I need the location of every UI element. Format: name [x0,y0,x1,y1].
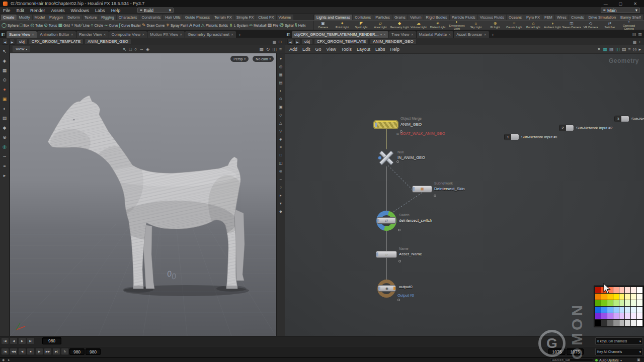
grid-icon[interactable]: ▦ [273,40,277,44]
shelf-tab[interactable]: Hair Utils [163,15,182,20]
color-swatch[interactable] [637,307,642,313]
viewport-side-icon[interactable]: ◎ [278,63,284,69]
shelf-tab[interactable]: Volume [277,15,293,20]
grid-icon[interactable]: ▦ [633,40,637,44]
viewport-view-menu[interactable]: View ▾ [13,46,30,52]
node-asset-name[interactable]: ▱ [376,251,397,258]
color-swatch[interactable] [637,320,642,326]
breadcrumb-level1[interactable]: CFX_GROOM_TEMPLATE [29,39,84,45]
shelf-tool[interactable]: ☁ Volume Light [409,21,428,30]
shelf-tool[interactable]: ◑ Ambient Light [543,21,562,30]
color-swatch[interactable] [607,300,613,306]
network-toolbar-icon[interactable]: ✕ [597,47,601,52]
breadcrumb-level2[interactable]: ANIM_RENDER_GEO [85,39,131,45]
network-toolbar-icon[interactable]: ≡ [628,47,630,52]
menu-item[interactable]: Labs [92,8,108,13]
network-toolbar-icon[interactable]: ◎ [633,47,637,52]
network-menu-item[interactable]: Help [387,47,402,52]
shelf-tool[interactable]: ◯ Sphere [2,23,19,28]
color-swatch[interactable] [595,287,601,293]
color-swatch[interactable] [613,313,619,319]
shelf-tab[interactable]: Polygon [47,15,65,20]
shelf-tool[interactable]: ◫ Stereo Camera [562,21,581,30]
close-tab-icon[interactable]: ✕ [32,33,34,36]
left-toolbar-icon[interactable]: ▤ [2,115,8,121]
node-flag-ring[interactable] [400,130,403,133]
frame-step-button[interactable]: |◀ [1,337,9,344]
projection-selector[interactable]: Persp ▾ [230,56,249,62]
left-toolbar-icon[interactable]: ◐ [2,105,8,112]
left-toolbar-icon[interactable]: ▸ [2,172,8,178]
color-swatch[interactable] [607,307,613,313]
viewport-side-icon[interactable]: ◆ [278,208,284,214]
color-swatch[interactable] [607,313,613,319]
status-icon[interactable]: ◈ [2,358,5,362]
shelf-tool[interactable]: + Gamepad Camera [619,21,638,30]
left-toolbar-icon[interactable]: ◈ [2,57,8,64]
pane-split-icon[interactable]: ◧ [285,32,291,38]
shelf-tool[interactable]: □ Box [20,23,29,28]
color-swatch[interactable] [601,300,607,306]
close-tab-icon[interactable]: ✕ [180,33,182,36]
plus-icon[interactable]: + [638,40,641,44]
list2-icon[interactable]: ▥ [638,32,642,37]
color-swatch[interactable] [619,307,625,313]
playback-button[interactable]: ◀◀ [10,348,18,355]
pane-tab[interactable]: Material Palette ✕ [417,31,454,38]
color-swatch[interactable] [595,320,601,326]
viewport-3d-scene[interactable] [10,53,277,336]
left-toolbar-icon[interactable]: ≡ [2,162,8,169]
playback-button[interactable]: ◀ [18,348,26,355]
node-subnet-input-3[interactable]: 3 [614,116,629,122]
new-pane-tab-button[interactable]: + [490,33,496,38]
color-swatch[interactable] [619,300,625,306]
range-start-field[interactable]: 980 [69,348,85,355]
status-icon[interactable]: ▣ [637,358,640,362]
shelf-tab[interactable]: Particle Fluids [450,15,477,20]
viewport-side-icon[interactable]: ○ [278,184,284,190]
menu-item[interactable]: Windows [68,8,93,13]
color-swatch[interactable] [619,287,625,293]
close-tab-icon[interactable]: ✕ [484,33,487,36]
node-flag-ring[interactable] [398,260,401,262]
shelf-tool[interactable]: § Helix [295,23,306,28]
new-pane-tab-button[interactable]: + [236,33,243,38]
color-swatch[interactable] [613,300,619,306]
pane-tab[interactable]: Geometry Spreadsheet ✕ [185,31,236,38]
shelf-tool[interactable]: ☀ Distant Light [428,21,447,30]
color-swatch[interactable] [619,320,625,326]
viewport-side-icon[interactable]: ⊙ [278,96,284,102]
shelf-tab[interactable]: Particles [373,15,392,20]
left-toolbar-icon[interactable]: ↖ [2,48,8,54]
viewport-display-icon[interactable]: ≡ [279,47,282,52]
shelf-tool[interactable]: ☼ Sky Light [466,21,486,30]
color-swatch[interactable] [619,294,625,300]
viewport-tool-icon[interactable]: ○ [134,47,137,52]
breadcrumb-level1[interactable]: CFX_GROOM_TEMPLATE [314,39,369,45]
left-toolbar-icon[interactable]: ▣ [2,96,8,102]
color-swatch[interactable] [631,294,636,300]
viewport-tool-icon[interactable]: ↖ [123,47,127,52]
shelf-tool[interactable]: ◎ Tube [30,23,43,28]
network-menu-item[interactable]: View [324,47,339,52]
network-menu-item[interactable]: Go [313,47,324,52]
current-frame-field[interactable]: 980 [42,337,61,344]
viewport-display-icon[interactable]: ↻ [266,47,270,52]
pane-tab[interactable]: Render View ✕ [76,31,109,38]
close-tab-icon[interactable]: ✕ [231,33,233,36]
shelf-tab[interactable]: Guide Process [183,15,212,20]
color-swatch[interactable] [625,294,630,300]
menu-item[interactable]: Assets [48,8,68,13]
shelf-tab[interactable]: Banny Shelf [618,15,642,20]
viewport-tool-icon[interactable]: ∼ [139,47,143,52]
cook-mode-selector[interactable]: Auto Update ▾ [595,357,622,362]
color-swatch[interactable] [625,313,630,319]
camera-selector[interactable]: No cam ▾ [253,56,274,62]
shelf-tab[interactable]: Characters [117,15,139,20]
left-toolbar-icon[interactable]: ▦ [2,67,8,73]
node-in-anim-geo[interactable] [378,149,395,166]
keys-info-dropdown[interactable]: 0 keys, 0/0 channels ▾ [595,337,643,345]
network-toolbar-icon[interactable]: ◫ [615,47,620,52]
node-subnet-input-1[interactable]: 1 [504,134,519,140]
shelf-tool[interactable]: ⇄ Switcher [600,21,619,30]
